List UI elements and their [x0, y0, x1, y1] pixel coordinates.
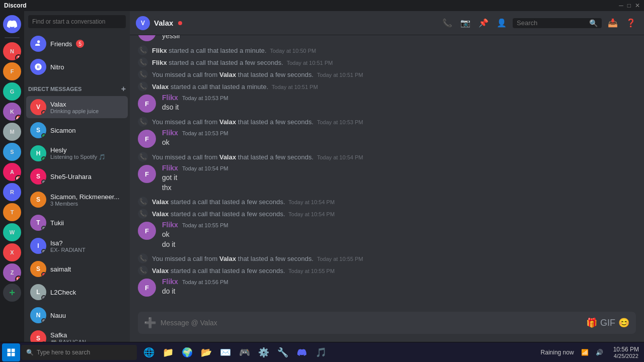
app-title: Discord	[4, 2, 27, 9]
flikx-msg-4b: thx	[162, 183, 636, 193]
taskbar-search-label: Type here to search	[37, 349, 90, 356]
server-icon-3[interactable]: G	[3, 82, 21, 101]
dm-item-she5[interactable]: S She5-Urahara	[26, 165, 128, 188]
taskbar-clock[interactable]: 10:56 PM 4/25/2022	[610, 345, 642, 360]
server-icon-11[interactable]: X	[3, 243, 21, 261]
server-icon-5[interactable]: M	[3, 123, 21, 141]
server-icon-1[interactable]: N 1	[3, 42, 21, 60]
dm-item-valax[interactable]: V Valax Drinking apple juice	[26, 96, 128, 118]
taskbar-icon-4[interactable]: 📂	[197, 343, 215, 361]
pin-button[interactable]: 📌	[476, 16, 491, 30]
isa-name: Isa?	[50, 239, 124, 247]
dm-item-tukii[interactable]: T Tukii	[26, 212, 128, 234]
inbox-button[interactable]: 📥	[606, 16, 620, 30]
discord-home-button[interactable]	[3, 15, 21, 33]
emoji-button[interactable]: 😊	[618, 317, 630, 329]
taskbar-icon-9[interactable]: 🎵	[312, 343, 330, 361]
dm-item-l2check[interactable]: L L2Check	[26, 281, 128, 303]
call-button[interactable]: 📞	[440, 16, 454, 30]
video-button[interactable]: 📷	[458, 16, 472, 30]
taskbar-icon-8[interactable]: 🔧	[274, 343, 292, 361]
sicamon-group-info: Sicamon, Rickmeneer... 3 Members	[50, 193, 124, 207]
attach-button[interactable]: ➕	[144, 317, 156, 329]
sys-time-10: Today at 10:54 PM	[287, 211, 335, 217]
add-server-button[interactable]: +	[3, 284, 21, 302]
server-icon-10[interactable]: W	[3, 223, 21, 241]
gift-button[interactable]: 🎁	[586, 317, 598, 329]
sys-bold-3: Flikx	[152, 47, 167, 54]
msg-group-flikx-5: F Flikx Today at 10:55 PM ok do it	[130, 220, 644, 250]
search-icon: 🔍	[589, 19, 598, 27]
chat-search-box: 🔍	[513, 18, 602, 28]
msg-group-flikx-2: F Flikx Today at 10:53 PM dso it	[130, 93, 644, 114]
sys-time-3: Today at 10:50 PM	[269, 48, 316, 54]
server-icon-4[interactable]: K 44	[3, 103, 21, 121]
start-button[interactable]	[2, 343, 20, 361]
l2check-name: L2Check	[50, 289, 124, 296]
taskbar-icon-1[interactable]: 🌐	[140, 343, 158, 361]
maximize-button[interactable]: □	[627, 2, 631, 9]
dm-item-isa[interactable]: I Isa? EX- RADIANT	[26, 235, 128, 257]
call-icon-9: 📞	[138, 197, 148, 207]
saimalt-status	[41, 272, 46, 277]
sys-msg-8: 📞 You missed a call from Valax that last…	[130, 151, 644, 163]
call-icon-6: 📞	[138, 81, 148, 92]
message-input[interactable]	[160, 319, 582, 327]
minimize-button[interactable]: ─	[619, 2, 623, 9]
isa-sub: EX- RADIANT	[50, 247, 124, 253]
server-icon-7[interactable]: A 62	[3, 163, 21, 181]
dm-item-saimalt[interactable]: S saimalt	[26, 258, 128, 280]
sys-msg-4: 📞 Flikx started a call that lasted a few…	[130, 56, 644, 68]
dm-item-nauu[interactable]: N Nauu	[26, 304, 128, 326]
volume-icon[interactable]: 🔊	[594, 348, 605, 357]
help-button[interactable]: ❓	[624, 16, 638, 30]
flikx-header-6: Flikx Today at 10:56 PM	[162, 278, 636, 286]
server-badge-12: 16	[15, 276, 21, 282]
sys-bold-5: Valax	[219, 71, 236, 78]
sys-time-8: Today at 10:54 PM	[315, 154, 363, 160]
dm-item-safka[interactable]: S Safka 🎮 BAKUGAN	[26, 327, 128, 342]
taskbar-icon-2[interactable]: 📁	[159, 343, 177, 361]
new-dm-button[interactable]: +	[121, 84, 126, 94]
network-icon[interactable]: 📶	[579, 348, 591, 357]
taskbar-icon-7[interactable]: ⚙️	[255, 343, 273, 361]
flikx-content-1: Flikx Today at 10:50 PM yessir	[162, 35, 636, 41]
server-icon-2[interactable]: F	[3, 62, 21, 80]
taskbar-pinned-apps: 🌐 📁 🌍 📂 ✉️ 🎮 ⚙️ 🔧 🎵	[140, 343, 330, 361]
close-button[interactable]: ✕	[635, 2, 640, 9]
server-icon-9[interactable]: T	[3, 203, 21, 221]
dm-item-sicamon-group[interactable]: S Sicamon, Rickmeneer... 3 Members	[26, 189, 128, 211]
chat-search-input[interactable]	[517, 19, 587, 27]
nitro-item[interactable]: Nitro	[26, 56, 128, 78]
sys-msg-6: 📞 Valax started a call that lasted a min…	[130, 80, 644, 93]
sys-text-7: You missed a call from Valax that lasted…	[152, 118, 636, 126]
server-icon-12[interactable]: Z 16	[3, 263, 21, 282]
sys-msg-9: 📞 Valax started a call that lasted a few…	[130, 196, 644, 208]
dm-item-hesly[interactable]: H Hesly Listening to Spotify 🎵	[26, 142, 128, 164]
gif-button[interactable]: GIF	[602, 317, 614, 329]
dm-item-sicamon[interactable]: S Sicamon	[26, 119, 128, 141]
hesly-avatar: H	[30, 145, 46, 161]
hesly-sub: Listening to Spotify 🎵	[50, 154, 124, 160]
chat-area: V Valax 📞 📷 📌 👤 🔍 📥 ❓ 📞 Y	[130, 11, 644, 342]
safka-status	[41, 341, 46, 342]
friends-item[interactable]: Friends 5	[26, 33, 128, 55]
add-member-button[interactable]: 👤	[495, 16, 509, 30]
flikx-avatar-2: F	[138, 95, 156, 113]
weather-widget[interactable]: Raining now	[539, 348, 576, 357]
server-icon-8[interactable]: R	[3, 183, 21, 201]
sys-bold-11: Valax	[219, 255, 236, 262]
taskbar-icon-3[interactable]: 🌍	[178, 343, 196, 361]
taskbar-icon-5[interactable]: ✉️	[216, 343, 234, 361]
sys-msg-3: 📞 Flikx started a call that lasted a min…	[130, 44, 644, 56]
flikx-content-4: Flikx Today at 10:54 PM got it thx	[162, 164, 636, 193]
taskbar-icon-discord[interactable]	[293, 343, 311, 361]
msg-group-flikx-3: F Flikx Today at 10:53 PM ok	[130, 128, 644, 149]
dm-search-input[interactable]	[28, 15, 126, 28]
taskbar-icon-6[interactable]: 🎮	[235, 343, 254, 361]
flikx-header-5: Flikx Today at 10:55 PM	[162, 221, 636, 229]
flikx-author-3: Flikx	[162, 129, 178, 137]
sys-text-10: Valax started a call that lasted a few s…	[152, 210, 636, 218]
server-icon-6[interactable]: S	[3, 143, 21, 161]
taskbar-search[interactable]: 🔍 Type here to search	[21, 345, 137, 360]
